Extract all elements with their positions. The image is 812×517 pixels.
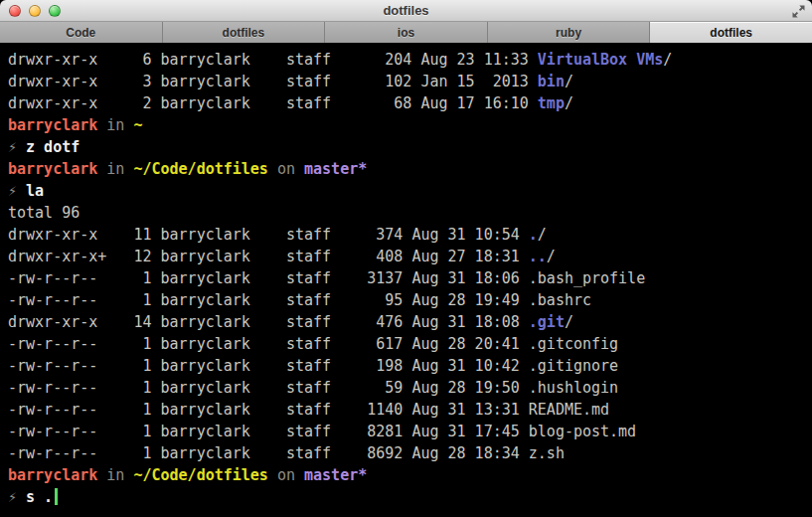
tab-2-ios[interactable]: ios xyxy=(325,22,488,43)
terminal-line: -rw-r--r-- 1 barryclark staff 8281 Aug 3… xyxy=(8,421,812,442)
term-seg-dir: VirtualBox VMs xyxy=(538,51,663,69)
terminal-line: -rw-r--r-- 1 barryclark staff 198 Aug 31… xyxy=(8,355,812,377)
tab-4-dotfiles[interactable]: dotfiles xyxy=(650,22,812,43)
terminal-line: drwxr-xr-x+ 12 barryclark staff 408 Aug … xyxy=(8,246,812,267)
term-seg-path: ~ xyxy=(133,116,142,134)
term-seg-fg: drwxr-xr-x 3 barryclark staff 102 Jan 15… xyxy=(8,73,538,90)
window-title: dotfiles xyxy=(0,3,812,18)
term-seg-fg: -rw-r--r-- 1 barryclark staff 95 Aug 28 … xyxy=(8,291,591,309)
terminal-line: -rw-r--r-- 1 barryclark staff 8692 Aug 2… xyxy=(8,442,812,464)
term-seg-dim: on xyxy=(268,466,304,484)
terminal-window: dotfiles Codedotfilesiosrubydotfiles drw… xyxy=(0,0,812,517)
term-seg-fg: / xyxy=(663,51,672,69)
terminal-line: drwxr-xr-x 11 barryclark staff 374 Aug 3… xyxy=(8,224,812,246)
term-seg-fg: -rw-r--r-- 1 barryclark staff 617 Aug 28… xyxy=(8,335,618,353)
terminal-line: ⚡ la xyxy=(8,180,812,202)
term-seg-dim: ⚡ xyxy=(8,138,26,156)
term-seg-path: ~/Code/dotfiles xyxy=(133,160,267,178)
term-seg-dir: tmp xyxy=(538,94,565,112)
fullscreen-button[interactable] xyxy=(790,3,806,19)
term-seg-fg: drwxr-xr-x 2 barryclark staff 68 Aug 17 … xyxy=(8,94,538,112)
terminal-line: total 96 xyxy=(8,202,812,224)
terminal-line: -rw-r--r-- 1 barryclark staff 3137 Aug 3… xyxy=(8,267,812,289)
term-seg-dim: ⚡ xyxy=(8,488,26,506)
term-seg-dim: on xyxy=(268,160,304,178)
term-seg-dim: in xyxy=(97,160,133,178)
tab-0-code[interactable]: Code xyxy=(0,22,163,43)
term-seg-fg: drwxr-xr-x 11 barryclark staff 374 Aug 3… xyxy=(8,226,529,244)
term-seg-cmd: s . xyxy=(26,488,53,506)
tab-1-dotfiles[interactable]: dotfiles xyxy=(163,22,326,43)
term-seg-dir: bin xyxy=(538,73,565,90)
terminal-line: -rw-r--r-- 1 barryclark staff 617 Aug 28… xyxy=(8,333,812,355)
term-seg-dir: .. xyxy=(529,248,547,265)
terminal-line: barryclark in ~/Code/dotfiles on master* xyxy=(8,464,812,486)
terminal-line: barryclark in ~/Code/dotfiles on master* xyxy=(8,158,812,180)
terminal-line: drwxr-xr-x 6 barryclark staff 204 Aug 23… xyxy=(8,49,812,71)
term-seg-dir: . xyxy=(529,226,538,244)
fullscreen-arrows-icon xyxy=(791,4,806,19)
term-seg-dim: in xyxy=(97,116,133,134)
tab-3-ruby[interactable]: ruby xyxy=(488,22,651,43)
tab-label: Code xyxy=(66,26,95,40)
term-seg-dim: ⚡ xyxy=(8,182,26,200)
term-seg-dim: in xyxy=(97,466,133,484)
terminal-line: ⚡ z dotf xyxy=(8,136,812,158)
terminal-line: -rw-r--r-- 1 barryclark staff 59 Aug 28 … xyxy=(8,377,812,399)
tab-bar: Codedotfilesiosrubydotfiles xyxy=(0,22,812,44)
tab-label: ios xyxy=(398,26,414,40)
title-bar[interactable]: dotfiles xyxy=(0,0,812,22)
term-seg-fg: drwxr-xr-x+ 12 barryclark staff 408 Aug … xyxy=(8,248,529,265)
term-seg-user: barryclark xyxy=(8,116,97,134)
terminal-line: -rw-r--r-- 1 barryclark staff 95 Aug 28 … xyxy=(8,289,812,311)
term-seg-user: barryclark xyxy=(8,160,97,178)
term-seg-fg: -rw-r--r-- 1 barryclark staff 8281 Aug 3… xyxy=(8,423,636,440)
term-seg-cmd: la xyxy=(26,182,44,200)
term-seg-fg: / xyxy=(565,73,573,90)
term-seg-fg: -rw-r--r-- 1 barryclark staff 8692 Aug 2… xyxy=(8,444,565,462)
term-seg-fg: -rw-r--r-- 1 barryclark staff 198 Aug 31… xyxy=(8,357,618,375)
term-seg-fg: -rw-r--r-- 1 barryclark staff 3137 Aug 3… xyxy=(8,269,645,287)
term-seg-fg: drwxr-xr-x 6 barryclark staff 204 Aug 23… xyxy=(8,51,538,69)
term-seg-fg: / xyxy=(565,313,573,331)
term-seg-fg: / xyxy=(538,226,547,244)
terminal-line: drwxr-xr-x 3 barryclark staff 102 Jan 15… xyxy=(8,71,812,92)
term-seg-fg: -rw-r--r-- 1 barryclark staff 1140 Aug 3… xyxy=(8,401,609,419)
tab-label: dotfiles xyxy=(710,26,752,40)
term-seg-path: ~/Code/dotfiles xyxy=(133,466,267,484)
term-seg-branch: master* xyxy=(304,160,367,178)
terminal-line: drwxr-xr-x 14 barryclark staff 476 Aug 3… xyxy=(8,311,812,333)
term-seg-fg: / xyxy=(565,94,573,112)
term-seg-fg: -rw-r--r-- 1 barryclark staff 59 Aug 28 … xyxy=(8,379,618,397)
term-seg-fg: total 96 xyxy=(8,204,80,222)
term-seg-dir: .git xyxy=(529,313,565,331)
terminal[interactable]: drwxr-xr-x 6 barryclark staff 204 Aug 23… xyxy=(0,44,812,517)
term-seg-cmd: z dotf xyxy=(26,138,80,156)
term-seg-fg: drwxr-xr-x 14 barryclark staff 476 Aug 3… xyxy=(8,313,529,331)
term-seg-fg: / xyxy=(547,248,556,265)
terminal-line: barryclark in ~ xyxy=(8,114,812,136)
tab-label: ruby xyxy=(556,26,581,40)
term-seg-branch: master* xyxy=(304,466,367,484)
terminal-cursor xyxy=(55,488,58,505)
terminal-line: ⚡ s . xyxy=(8,486,812,508)
term-seg-user: barryclark xyxy=(8,466,97,484)
tab-label: dotfiles xyxy=(223,26,265,40)
terminal-line: drwxr-xr-x 2 barryclark staff 68 Aug 17 … xyxy=(8,92,812,114)
terminal-line: -rw-r--r-- 1 barryclark staff 1140 Aug 3… xyxy=(8,399,812,421)
